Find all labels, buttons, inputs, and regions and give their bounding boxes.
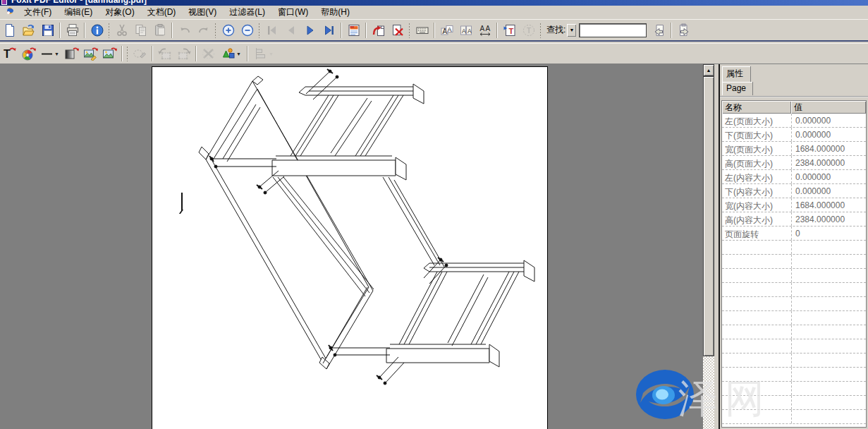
property-row-empty[interactable]: [722, 368, 866, 382]
keyboard-button[interactable]: [412, 21, 432, 40]
property-value[interactable]: 2384.000000: [791, 156, 866, 169]
scrollbar-up-button[interactable]: ▲: [703, 64, 714, 76]
property-value[interactable]: 0: [791, 226, 866, 240]
menu-help[interactable]: 帮助(H): [314, 5, 356, 20]
property-value[interactable]: 1684.000000: [791, 142, 866, 155]
property-row-empty[interactable]: [722, 241, 866, 255]
property-value[interactable]: 0.000000: [791, 114, 866, 127]
property-name: 下(页面大小): [722, 128, 791, 141]
save-button[interactable]: [38, 21, 57, 40]
property-row-empty[interactable]: [722, 410, 866, 424]
zoom-in-button[interactable]: [219, 21, 238, 40]
tab-page[interactable]: Page: [722, 82, 753, 95]
page-thumbnails-button[interactable]: [344, 21, 363, 40]
text-object-tool-button[interactable]: T: [0, 44, 19, 63]
line-tool-button[interactable]: ▼: [38, 44, 62, 63]
application-window: Foxit PDF Editor - [danhuang.pdf] 文件(F) …: [0, 0, 868, 429]
property-row-empty[interactable]: [722, 325, 866, 339]
property-row-empty[interactable]: [722, 283, 866, 297]
panel-title-tab[interactable]: 属性: [722, 66, 751, 83]
toolbar-separator: [195, 46, 197, 61]
previous-page-button[interactable]: [281, 21, 300, 40]
menu-filter[interactable]: 过滤器(L): [223, 5, 271, 20]
align-tool-button[interactable]: ▼: [250, 44, 277, 63]
zoom-out-button[interactable]: [238, 21, 257, 40]
property-name: 高(内容大小): [722, 212, 791, 226]
font-size-tool-button[interactable]: AA: [437, 21, 456, 40]
menu-file[interactable]: 文件(F): [18, 5, 58, 20]
text-outline-button[interactable]: T: [519, 21, 538, 40]
redo-button[interactable]: [194, 21, 213, 40]
paste-button[interactable]: [150, 21, 169, 40]
find-previous-button[interactable]: [649, 21, 668, 40]
menu-object[interactable]: 对象(O): [99, 5, 140, 20]
property-row-empty[interactable]: [722, 396, 866, 410]
import-rotate-page-button[interactable]: [369, 21, 388, 40]
zoom-in-icon: [221, 23, 236, 37]
insert-text-button[interactable]: T: [500, 21, 519, 40]
menu-window[interactable]: 窗口(W): [271, 5, 314, 20]
redo-icon: [197, 23, 211, 37]
delete-page-button[interactable]: [388, 21, 407, 40]
font-pair-tool-button[interactable]: AA: [456, 21, 475, 40]
column-header-value[interactable]: 值: [791, 101, 866, 114]
open-button[interactable]: [19, 21, 38, 40]
font-width-tool-button[interactable]: AA: [475, 21, 494, 40]
paste-icon: [153, 23, 167, 37]
scrollbar-thumb[interactable]: [703, 76, 714, 356]
new-document-button[interactable]: [0, 21, 19, 40]
image-edit-icon: [83, 47, 99, 61]
shapes-tool-button[interactable]: ▼: [218, 44, 245, 63]
image-insert-tool-button[interactable]: [100, 44, 119, 63]
property-row-empty[interactable]: [722, 255, 866, 269]
property-row-empty[interactable]: [722, 269, 866, 283]
rotate-selection-right-button[interactable]: [174, 44, 193, 63]
undo-button[interactable]: [175, 21, 194, 40]
cut-button[interactable]: [112, 21, 131, 40]
chevron-down-icon: ▼: [269, 52, 274, 56]
next-page-icon: [303, 23, 317, 37]
property-row-empty[interactable]: [722, 311, 866, 325]
menu-edit[interactable]: 编辑(E): [58, 5, 99, 20]
find-input[interactable]: [579, 23, 647, 37]
rotate-selection-left-button[interactable]: [155, 44, 174, 63]
text-object-icon: T: [2, 47, 18, 61]
toolbar-gripper[interactable]: [108, 23, 110, 38]
toolbar-gripper[interactable]: [214, 23, 216, 38]
property-row-empty[interactable]: [722, 382, 866, 396]
print-button[interactable]: [63, 21, 82, 40]
toolbar-gripper[interactable]: [408, 23, 410, 38]
document-canvas[interactable]: [0, 64, 703, 429]
menu-view[interactable]: 视图(V): [182, 5, 223, 20]
toolbar-gripper[interactable]: [539, 23, 542, 38]
toolbar-separator: [671, 23, 672, 38]
menu-document[interactable]: 文档(D): [141, 5, 183, 20]
first-page-button[interactable]: [262, 21, 281, 40]
property-row-empty[interactable]: [722, 297, 866, 311]
find-dropdown-button[interactable]: ▼: [567, 24, 576, 37]
keyboard-icon: [415, 23, 429, 37]
delete-object-button[interactable]: [199, 44, 218, 63]
last-page-button[interactable]: [319, 21, 338, 40]
property-row-empty[interactable]: [722, 354, 866, 368]
property-value[interactable]: 2384.000000: [791, 212, 866, 226]
find-next-button[interactable]: [674, 21, 693, 40]
copy-button[interactable]: [131, 21, 150, 40]
next-page-button[interactable]: [300, 21, 319, 40]
property-value[interactable]: 0.000000: [791, 170, 866, 183]
image-edit-tool-button[interactable]: [81, 44, 100, 63]
column-header-name[interactable]: 名称: [722, 101, 791, 114]
font-pair-icon: AA: [459, 23, 473, 37]
toolbar-gripper[interactable]: [126, 46, 128, 61]
pdf-page[interactable]: [152, 66, 548, 429]
color-wheel-tool-button[interactable]: [19, 44, 38, 63]
property-value[interactable]: 0.000000: [791, 128, 866, 141]
object-edit-button[interactable]: [130, 44, 149, 63]
property-value[interactable]: 0.000000: [791, 184, 866, 198]
property-row-empty[interactable]: [722, 339, 866, 354]
toolbar-gripper[interactable]: [258, 23, 260, 38]
gradient-tool-button[interactable]: [62, 44, 81, 63]
vertical-scrollbar[interactable]: ▲: [703, 64, 714, 429]
property-value[interactable]: 1684.000000: [791, 198, 866, 212]
document-info-button[interactable]: [87, 21, 106, 40]
